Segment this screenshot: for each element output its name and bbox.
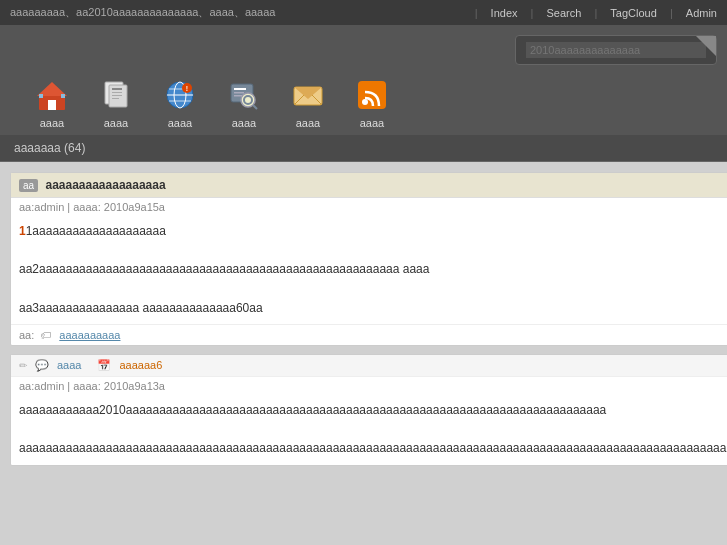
nav-rss-label: аааа	[360, 117, 384, 129]
svg-rect-7	[112, 88, 122, 90]
post-footer-1: аа: 🏷 аааааааааа	[11, 324, 727, 345]
nav-bar: аааа аааа	[0, 25, 727, 135]
post-body-line-2: аа2ааааааааааааааааааааааааааааааааааааа…	[19, 260, 727, 279]
nav-admin-link[interactable]: Admin	[686, 7, 717, 19]
nav-item-pages[interactable]: аааа	[84, 71, 148, 135]
svg-rect-24	[234, 95, 242, 97]
nav-search-box-container	[515, 35, 717, 65]
svg-text:!: !	[186, 85, 188, 92]
post-body-2: аааааааааааа2010аааааааааааааааааааааааа…	[11, 395, 727, 465]
site-title: ааааааааа、аа2010аааааааааааааа、аааа、аааа…	[10, 5, 275, 20]
left-content: аа аааааааааааааааааа аа:admin | аааа: 2…	[10, 172, 727, 542]
nav-item-home[interactable]: аааа	[20, 71, 84, 135]
footer-label-1: аа:	[19, 329, 34, 341]
top-nav-separator: |	[475, 7, 478, 19]
search-icon	[226, 77, 262, 113]
post-card-1: аа аааааааааааааааааа аа:admin | аааа: 2…	[10, 172, 727, 346]
post-card-2: ✏ 💬 аааа 📅 аааааа6 аа:admin | аааа: 2010…	[10, 354, 727, 466]
nav-item-mail[interactable]: аааа	[276, 71, 340, 135]
tool-comment-icon: 💬	[35, 359, 49, 372]
nav-tagcloud-link[interactable]: TagCloud	[610, 7, 656, 19]
footer-tag-link-1[interactable]: аааааааааа	[59, 329, 120, 341]
svg-rect-10	[112, 98, 119, 99]
post-tools-2: ✏ 💬 аааа 📅 аааааа6	[11, 355, 727, 377]
post-meta-1: аа:admin | аааа: 2010а9а15а	[11, 198, 727, 216]
home-icon	[34, 77, 70, 113]
post-tag-1: аа	[19, 179, 38, 192]
nav-mail-label: аааа	[296, 117, 320, 129]
nav-item-rss[interactable]: аааа	[340, 71, 404, 135]
breadcrumb-bar: ааааааа (64)	[0, 135, 727, 162]
tool-comment-link[interactable]: аааа	[57, 359, 81, 371]
post-body-line-3: аа3ааааааааааааааа аааааааааааааа60аа	[19, 299, 727, 318]
mail-icon	[290, 77, 326, 113]
nav-item-globe[interactable]: ! аааа	[148, 71, 212, 135]
svg-line-21	[253, 105, 257, 109]
pages-icon	[98, 77, 134, 113]
rss-icon	[354, 77, 390, 113]
edit-icon-2: ✏	[19, 360, 27, 371]
nav-index-link[interactable]: Index	[491, 7, 518, 19]
tool-calendar-icon: 📅	[97, 359, 111, 372]
svg-rect-4	[61, 94, 65, 98]
nav-search-label: аааа	[232, 117, 256, 129]
nav-search-link[interactable]: Search	[547, 7, 582, 19]
globe-icon: !	[162, 77, 198, 113]
svg-rect-23	[234, 92, 244, 94]
post-body-line-1: 11аааааааааааааааааааа	[19, 222, 727, 241]
svg-rect-3	[39, 94, 43, 98]
svg-rect-9	[112, 95, 122, 96]
post-title-bar-1: аа аааааааааааааааааа	[11, 173, 727, 198]
post-meta-2: аа:admin | аааа: 2010а9а13а	[11, 377, 727, 395]
post-title-1[interactable]: аааааааааааааааааа	[45, 178, 165, 192]
nav-home-label: аааа	[40, 117, 64, 129]
top-bar: ааааааааа、аа2010аааааааааааааа、аааа、аааа…	[0, 0, 727, 25]
nav-search-input[interactable]	[526, 42, 706, 58]
tag-icon-1: 🏷	[40, 329, 51, 341]
top-nav-links: | Index | Search | TagCloud | Admin	[465, 7, 717, 19]
post-body-2-line1: аааааааааааа2010аааааааааааааааааааааааа…	[19, 401, 727, 420]
post-body-2-line3: аааааааааааааааааааааааааааааааааааааааа…	[19, 439, 727, 458]
svg-marker-1	[37, 82, 67, 96]
svg-rect-8	[112, 92, 122, 93]
nav-icons: аааа аааа	[0, 71, 404, 135]
nav-item-search[interactable]: аааа	[212, 71, 276, 135]
svg-point-30	[362, 99, 368, 105]
main-layout: аа аааааааааааааааааа аа:admin | аааа: 2…	[0, 162, 727, 545]
nav-globe-label: аааа	[168, 117, 192, 129]
breadcrumb-text: ааааааа (64)	[14, 141, 85, 155]
post-body-1: 11аааааааааааааааааааа аа2аааааааааааааа…	[11, 216, 727, 324]
tool-count-link[interactable]: аааааа6	[119, 359, 162, 371]
svg-rect-2	[48, 100, 56, 110]
svg-rect-22	[234, 88, 246, 90]
corner-decoration	[696, 36, 716, 56]
nav-pages-label: аааа	[104, 117, 128, 129]
